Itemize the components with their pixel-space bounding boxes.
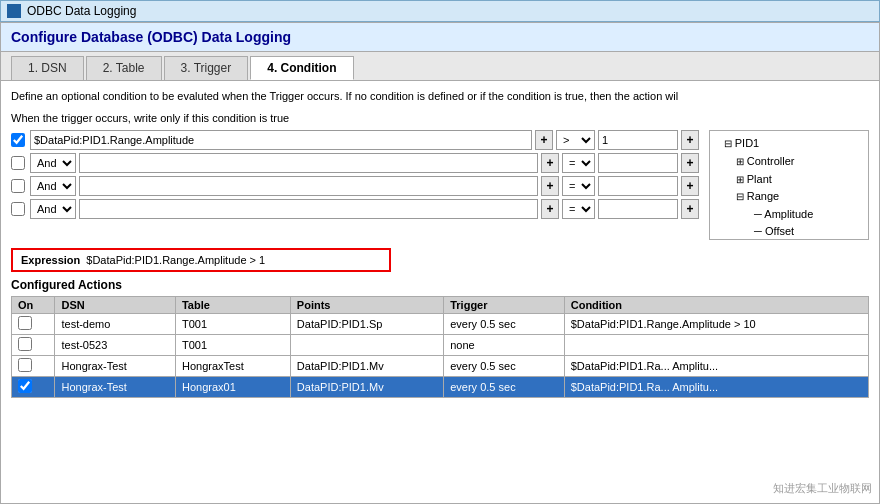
row2-op[interactable]: = > < [562, 176, 595, 196]
col-table: Table [175, 297, 290, 314]
checkbox-cell-3[interactable] [11, 202, 27, 216]
row3-op[interactable]: = > < [562, 199, 595, 219]
row1-points [290, 335, 443, 356]
row0-dsn: test-demo [55, 314, 176, 335]
row3-plus-right[interactable]: + [681, 199, 699, 219]
row1-input[interactable] [79, 153, 538, 173]
tree-item-offset[interactable]: ─ Offset [714, 223, 864, 240]
window-title-bar: ODBC Data Logging [0, 0, 880, 22]
row2-logic[interactable]: And Or [30, 176, 76, 196]
tree-panel[interactable]: PID1 Controller Plant Range ─ Amplitude … [709, 130, 869, 240]
row1-logic[interactable]: And Or [30, 153, 76, 173]
window-icon [7, 4, 21, 18]
row2-plus-right[interactable]: + [681, 176, 699, 196]
row3-checkbox[interactable] [11, 202, 25, 216]
tree-item-amplitude[interactable]: ─ Amplitude [714, 206, 864, 224]
row0-plus-right[interactable]: + [681, 130, 699, 150]
row3-table: Hongrax01 [175, 377, 290, 398]
row0-table: T001 [175, 314, 290, 335]
row3-on-checkbox[interactable] [18, 379, 32, 393]
row1-checkbox[interactable] [11, 156, 25, 170]
tab-dsn[interactable]: 1. DSN [11, 56, 84, 80]
tab-condition[interactable]: 4. Condition [250, 56, 353, 80]
content-area: Define an optional condition to be evalu… [1, 81, 879, 503]
row1-on-checkbox[interactable] [18, 337, 32, 351]
row3-dsn: Hongrax-Test [55, 377, 176, 398]
row3-logic[interactable]: And Or [30, 199, 76, 219]
checkbox-cell-1[interactable] [11, 156, 27, 170]
row2-checkbox[interactable] [11, 179, 25, 193]
row0-trigger: every 0.5 sec [444, 314, 565, 335]
checkbox-cell-0[interactable] [11, 133, 27, 147]
row2-input[interactable] [79, 176, 538, 196]
col-trigger: Trigger [444, 297, 565, 314]
condition-row-2: And Or + = > < + [11, 176, 699, 196]
row1-table: T001 [175, 335, 290, 356]
row2-on-checkbox[interactable] [18, 358, 32, 372]
row1-plus-left[interactable]: + [541, 153, 559, 173]
row2-value[interactable] [598, 176, 678, 196]
row1-plus-right[interactable]: + [681, 153, 699, 173]
condition-label: When the trigger occurs, write only if t… [11, 112, 869, 124]
row2-condition: $DataPid:PID1.Ra... Amplitu... [564, 356, 868, 377]
table-row[interactable]: test-0523T001none [12, 335, 869, 356]
tree-item-controller[interactable]: Controller [714, 153, 864, 171]
panel-header: Configure Database (ODBC) Data Logging [1, 23, 879, 52]
row1-condition [564, 335, 868, 356]
expression-label: Expression [21, 254, 80, 266]
condition-rows-left: + > = < >= <= + [11, 130, 699, 240]
col-dsn: DSN [55, 297, 176, 314]
row3-input[interactable] [79, 199, 538, 219]
row2-dsn: Hongrax-Test [55, 356, 176, 377]
tab-trigger[interactable]: 3. Trigger [164, 56, 249, 80]
row3-points: DataPID:PID1.Mv [290, 377, 443, 398]
row2-trigger: every 0.5 sec [444, 356, 565, 377]
main-panel: Configure Database (ODBC) Data Logging 1… [0, 22, 880, 504]
col-condition: Condition [564, 297, 868, 314]
table-row[interactable]: Hongrax-TestHongrax01DataPID:PID1.Mvever… [12, 377, 869, 398]
row0-op[interactable]: > = < >= <= [556, 130, 595, 150]
tabs-row: 1. DSN 2. Table 3. Trigger 4. Condition [1, 52, 879, 81]
condition-rows-container: + > = < >= <= + [11, 130, 869, 240]
condition-row-3: And Or + = > < + [11, 199, 699, 219]
row3-trigger: every 0.5 sec [444, 377, 565, 398]
row0-value[interactable] [598, 130, 678, 150]
row0-plus-left[interactable]: + [535, 130, 553, 150]
col-points: Points [290, 297, 443, 314]
expression-value: $DataPid:PID1.Range.Amplitude > 1 [86, 254, 265, 266]
configured-actions-title: Configured Actions [11, 278, 869, 292]
window-title: ODBC Data Logging [27, 4, 136, 18]
row0-points: DataPID:PID1.Sp [290, 314, 443, 335]
tree-item-pid1[interactable]: PID1 [714, 135, 864, 153]
row3-value[interactable] [598, 199, 678, 219]
tab-table[interactable]: 2. Table [86, 56, 162, 80]
row2-points: DataPID:PID1.Mv [290, 356, 443, 377]
row1-value[interactable] [598, 153, 678, 173]
row1-dsn: test-0523 [55, 335, 176, 356]
row2-plus-left[interactable]: + [541, 176, 559, 196]
actions-table: On DSN Table Points Trigger Condition te… [11, 296, 869, 398]
col-on: On [12, 297, 55, 314]
configured-actions-section: Configured Actions On DSN Table Points T… [11, 278, 869, 398]
table-row[interactable]: test-demoT001DataPID:PID1.Spevery 0.5 se… [12, 314, 869, 335]
row1-op[interactable]: = > < [562, 153, 595, 173]
row0-input[interactable] [30, 130, 532, 150]
description-text: Define an optional condition to be evalu… [11, 89, 869, 104]
expression-box: Expression $DataPid:PID1.Range.Amplitude… [11, 248, 391, 272]
row0-on-checkbox[interactable] [18, 316, 32, 330]
row1-trigger: none [444, 335, 565, 356]
row0-checkbox[interactable] [11, 133, 25, 147]
condition-row-0: + > = < >= <= + [11, 130, 699, 150]
checkbox-cell-2[interactable] [11, 179, 27, 193]
row0-condition: $DataPid:PID1.Range.Amplitude > 10 [564, 314, 868, 335]
row3-condition: $DataPid:PID1.Ra... Amplitu... [564, 377, 868, 398]
row2-table: HongraxTest [175, 356, 290, 377]
table-row[interactable]: Hongrax-TestHongraxTestDataPID:PID1.Mvev… [12, 356, 869, 377]
tree-item-range[interactable]: Range [714, 188, 864, 206]
tree-item-plant[interactable]: Plant [714, 171, 864, 189]
table-header-row: On DSN Table Points Trigger Condition [12, 297, 869, 314]
condition-row-1: And Or + = > < + [11, 153, 699, 173]
row3-plus-left[interactable]: + [541, 199, 559, 219]
